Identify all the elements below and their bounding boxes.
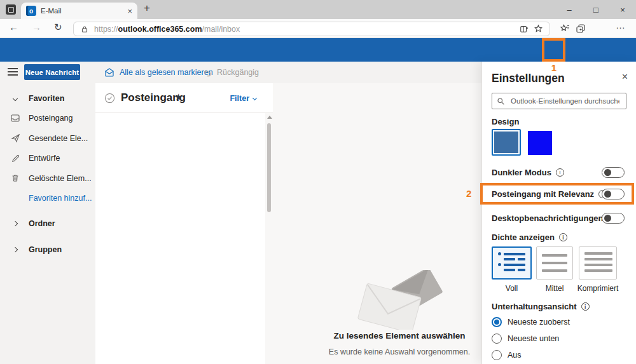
settings-panel: Einstellungen × Design Dunkler Modus i P… [481, 62, 636, 364]
density-option-label: Komprimiert [571, 284, 625, 293]
workspace-icon[interactable] [6, 4, 16, 15]
theme-swatch-selected[interactable] [492, 129, 521, 156]
sidebar-item-entwuerfe[interactable]: Entwürfe [0, 149, 95, 169]
sidebar-item-favoriten-hinzufuegen[interactable]: Favoriten hinzuf... [0, 189, 95, 209]
info-icon[interactable]: i [581, 302, 590, 311]
inbox-icon [10, 113, 20, 123]
sidebar-item-label: Entwürfe [29, 154, 60, 163]
tab-close-icon[interactable]: × [127, 6, 132, 16]
sidebar-item-label: Favoriten [29, 94, 64, 103]
annotation-number-1: 1 [548, 62, 560, 73]
chevron-right-icon [10, 222, 20, 226]
screen: o E-Mail × + – □ × ← → ↻ https://outlook… [0, 0, 636, 364]
message-list-header: Posteingang ★ Filter [95, 83, 273, 113]
radio-selected-icon[interactable] [492, 317, 502, 327]
favorite-star-icon[interactable]: ★ [174, 91, 183, 103]
undo-button[interactable]: Rückgängig [202, 62, 259, 83]
url-field[interactable]: https://outlook.office365.com/mail/inbox [73, 22, 550, 36]
sidebar-item-ordner[interactable]: Ordner [0, 213, 95, 234]
mark-all-read-button[interactable]: Alle als gelesen markieren [104, 62, 213, 83]
sidebar-item-geloeschte[interactable]: Gelöschte Elem... [0, 168, 95, 189]
split-screen-icon[interactable] [520, 25, 529, 34]
settings-search-box[interactable] [492, 93, 626, 109]
sidebar-item-label: Gruppen [29, 245, 62, 254]
filter-dropdown[interactable]: Filter [230, 94, 256, 103]
mark-all-read-label: Alle als gelesen markieren [120, 68, 213, 77]
sidebar-item-label: Favoriten hinzuf... [29, 194, 92, 203]
browser-titlebar: o E-Mail × + – □ × [0, 0, 636, 19]
draft-pencil-icon [10, 154, 20, 163]
mail-toolbar: Alle als gelesen markieren Rückgängig [95, 62, 481, 83]
sidebar-item-favoriten[interactable]: Favoriten [0, 88, 95, 109]
hamburger-menu-icon[interactable] [8, 68, 18, 76]
tab-groups-icon[interactable] [576, 24, 586, 34]
search-icon [497, 97, 505, 105]
undo-icon [202, 68, 212, 78]
radio-label: Aus [508, 351, 522, 360]
scrollbar-thumb[interactable] [267, 123, 271, 212]
annotation-number-2: 2 [466, 188, 471, 199]
conversation-option-newest-top[interactable]: Neueste zuoberst [492, 316, 570, 328]
info-icon[interactable]: i [559, 233, 567, 241]
trash-icon [10, 173, 20, 183]
settings-title: Einstellungen [492, 72, 565, 85]
empty-state-title: Zu lesendes Element auswählen [304, 331, 495, 340]
info-icon[interactable]: i [556, 168, 564, 177]
density-komprimiert-tile[interactable] [579, 246, 617, 280]
sidebar-item-label: Posteingang [29, 114, 73, 123]
chevron-right-icon [10, 248, 20, 252]
desktop-notifications-label: Desktopbenachrichtigungen [492, 213, 604, 223]
new-message-button[interactable]: Neue Nachricht [24, 64, 80, 80]
settings-close-icon[interactable]: × [622, 71, 628, 83]
left-sidebar: Neue Nachricht Favoriten Posteingang [0, 62, 95, 364]
desktop-notifications-toggle[interactable] [602, 213, 625, 224]
scroll-up-arrow[interactable] [267, 116, 272, 119]
close-button[interactable]: × [609, 5, 636, 15]
url-text: https://outlook.office365.com/mail/inbox [94, 25, 515, 34]
theme-swatch-blue[interactable] [528, 131, 552, 155]
sidebar-item-gesendete[interactable]: Gesendete Ele... [0, 128, 95, 149]
outlook-favicon-icon: o [26, 6, 36, 16]
filter-label: Filter [230, 94, 249, 103]
forward-icon[interactable]: → [32, 22, 41, 32]
sidebar-item-posteingang[interactable]: Posteingang [0, 109, 95, 129]
back-icon[interactable]: ← [9, 22, 18, 32]
radio-icon[interactable] [492, 350, 502, 360]
radio-icon[interactable] [492, 334, 502, 344]
open-envelope-icon [104, 67, 114, 78]
lock-icon [80, 25, 89, 34]
chevron-down-icon [252, 95, 257, 100]
density-mittel-tile[interactable] [536, 246, 573, 280]
conversation-option-newest-bottom[interactable]: Neueste unten [492, 333, 559, 344]
density-label: Dichte anzeigen i [492, 233, 567, 242]
sidebar-item-label: Ordner [29, 219, 55, 228]
favorite-star-gear-icon[interactable] [534, 24, 543, 34]
chevron-down-icon [10, 97, 20, 100]
new-tab-button[interactable]: + [144, 2, 150, 15]
design-label: Design [492, 117, 519, 126]
dark-mode-label: Dunkler Modus [492, 168, 551, 177]
annotation-box-1 [542, 38, 565, 62]
list-scrollbar[interactable] [265, 113, 273, 364]
sidebar-item-label: Gelöschte Elem... [29, 174, 92, 183]
conversation-option-off[interactable]: Aus [492, 349, 522, 361]
address-bar: ← → ↻ https://outlook.office365.com/mail… [0, 19, 636, 38]
refresh-icon[interactable]: ↻ [54, 22, 62, 33]
density-voll-tile[interactable] [492, 246, 532, 280]
browser-tab[interactable]: o E-Mail × [21, 3, 137, 19]
envelopes-illustration [356, 270, 445, 330]
collections-star-icon[interactable] [560, 24, 570, 34]
select-all-checkbox[interactable] [104, 93, 115, 104]
radio-label: Neueste zuoberst [508, 318, 570, 327]
radio-label: Neueste unten [508, 334, 559, 343]
empty-state-subtitle: Es wurde keine Auswahl vorgenommen. [304, 347, 495, 356]
browser-menu-icon[interactable]: … [616, 20, 626, 30]
folder-nav: Favoriten Posteingang Gesendete Ele... [0, 88, 95, 260]
settings-search-input[interactable] [509, 97, 621, 105]
tab-title: E-Mail [41, 7, 123, 15]
dark-mode-toggle[interactable] [602, 167, 625, 178]
sent-icon [10, 133, 20, 143]
sidebar-item-gruppen[interactable]: Gruppen [0, 240, 95, 260]
maximize-button[interactable]: □ [583, 5, 609, 15]
minimize-button[interactable]: – [556, 5, 583, 15]
